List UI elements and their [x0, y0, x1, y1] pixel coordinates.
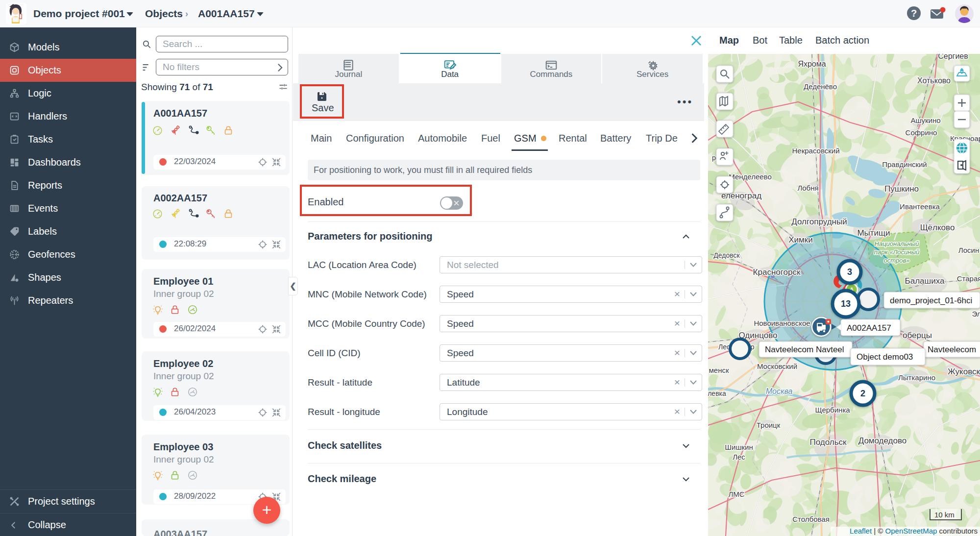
svg-text:Мытищи: Мытищи: [857, 228, 890, 238]
svg-text:Leaflet | © OpenStreetMap cont: Leaflet | © OpenStreetMap contributors: [850, 527, 978, 535]
svg-text:Химки: Химки: [788, 235, 812, 244]
svg-text:Старая: Старая: [957, 274, 980, 283]
svg-text:Лыткарино: Лыткарино: [898, 373, 935, 382]
svg-text:Деденёво: Деденёво: [804, 82, 837, 91]
svg-text:Долгопрудный: Долгопрудный: [791, 217, 847, 226]
svg-text:demo_project_01-6hci: demo_project_01-6hci: [890, 296, 972, 305]
svg-text:Новоивановское: Новоивановское: [754, 319, 810, 327]
svg-text:оберцы: оберцы: [903, 331, 932, 340]
svg-text:Ивантеевка: Ивантеевка: [900, 202, 940, 211]
svg-text:Софрино: Софрино: [906, 128, 937, 137]
svg-text:Сергиев: Сергиев: [938, 54, 968, 60]
svg-text:левка: левка: [708, 390, 726, 397]
svg-text:Московский: Московский: [757, 362, 797, 370]
svg-text:Жуковск: Жуковск: [948, 367, 980, 376]
svg-text:Лес: Лес: [733, 453, 745, 461]
svg-text:Navteelecom: Navteelecom: [928, 345, 976, 354]
svg-text:Ашукино: Ашукино: [910, 116, 940, 124]
svg-text:Хотьково: Хотьково: [917, 76, 951, 85]
svg-text:Эл: Эл: [972, 310, 980, 318]
svg-text:Некрасовский: Некрасовский: [792, 146, 839, 155]
svg-text:A002AA157: A002AA157: [847, 323, 891, 333]
svg-text:Подольск: Подольск: [809, 438, 847, 447]
svg-text:13: 13: [841, 299, 851, 309]
svg-text:Москва: Москва: [766, 387, 793, 395]
svg-text:Балашиха: Балашиха: [905, 276, 945, 286]
svg-text:Лосин: Лосин: [958, 246, 979, 254]
svg-text:Лобня: Лобня: [797, 184, 818, 192]
svg-text:Шишкин: Шишкин: [725, 443, 753, 451]
svg-text:Красногорск: Красногорск: [753, 268, 801, 277]
svg-text:Домодедово: Домодедово: [858, 436, 907, 445]
svg-text:Правдинский: Правдинский: [882, 160, 927, 169]
svg-text:Национальный: Национальный: [875, 240, 919, 247]
svg-text:10 km: 10 km: [934, 511, 955, 519]
svg-text:Столбовая: Столбовая: [792, 515, 830, 523]
svg-text:3: 3: [847, 267, 852, 277]
svg-text:Navteelecom Navteel: Navteelecom Navteel: [765, 345, 844, 354]
svg-text:Щербинка: Щербинка: [815, 406, 850, 414]
svg-text:Щёлково: Щёлково: [920, 223, 955, 232]
svg-text:Менделеево: Менделеево: [729, 172, 771, 181]
svg-text:менск: менск: [709, 366, 729, 374]
svg-text:парк «Лосиный: парк «Лосиный: [874, 248, 919, 256]
svg-text:Дедовск: Дедовск: [713, 251, 740, 259]
svg-text:ЛМС: ЛМС: [728, 490, 744, 498]
svg-text:Object demo03: Object demo03: [857, 352, 913, 362]
svg-text:Троицк: Троицк: [757, 421, 781, 429]
svg-text:Пушкино: Пушкино: [884, 184, 919, 194]
svg-text:Яхрома: Яхрома: [798, 60, 826, 68]
svg-text:2: 2: [860, 389, 865, 398]
svg-text:остров»: остров»: [884, 257, 910, 264]
